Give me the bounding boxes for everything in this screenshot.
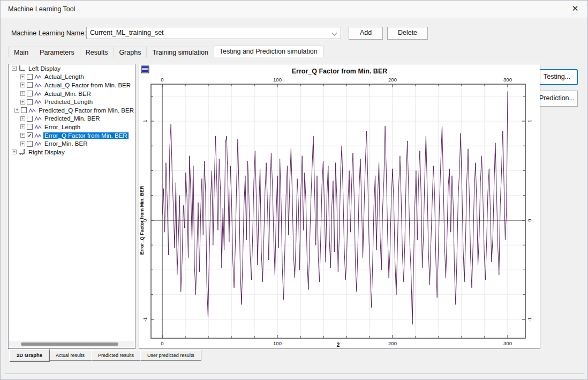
tab-2d-graphs[interactable]: 2D Graphs bbox=[9, 349, 49, 361]
tree-item-error-q-factor[interactable]: + ✓ Error_Q Factor from Min. BER bbox=[9, 131, 135, 140]
main-tab-bar: Main Parameters Results Graphs Training … bbox=[8, 46, 323, 57]
expand-icon[interactable]: + bbox=[20, 116, 25, 121]
expand-icon[interactable]: + bbox=[14, 108, 19, 113]
display-tree-panel: − Left Display + Actual_Length + Actual_… bbox=[8, 64, 135, 349]
ml-name-combobox[interactable]: Current_ML_training_set bbox=[86, 27, 341, 39]
tree-item-actual-q-factor[interactable]: + Actual_Q Factor from Min. BER bbox=[9, 81, 135, 90]
prediction-button[interactable]: Prediction... bbox=[536, 91, 578, 107]
svg-text:0: 0 bbox=[161, 77, 163, 83]
window-bottom-edge bbox=[1, 375, 588, 380]
curve-icon bbox=[34, 73, 42, 80]
right-axes-icon bbox=[18, 148, 26, 155]
expand-icon[interactable]: + bbox=[20, 141, 25, 146]
ml-name-value: Current_ML_training_set bbox=[90, 29, 164, 36]
tab-user-predicted-results[interactable]: User predicted results bbox=[140, 350, 201, 361]
curve-icon bbox=[34, 115, 42, 122]
svg-text:300: 300 bbox=[503, 340, 512, 346]
tree-root-left-display[interactable]: − Left Display bbox=[9, 64, 135, 73]
window-title: Machine Learning Tool bbox=[8, 5, 76, 13]
add-button[interactable]: Add bbox=[349, 27, 383, 40]
tree-item-predicted-length[interactable]: + Predicted_Length bbox=[9, 98, 135, 106]
tab-training-simulation[interactable]: Training simulation bbox=[146, 47, 214, 57]
checkbox-unchecked[interactable] bbox=[27, 141, 33, 147]
svg-text:-1: -1 bbox=[527, 317, 532, 322]
tree-item-error-length[interactable]: + Error_Length bbox=[9, 123, 135, 131]
svg-text:100: 100 bbox=[273, 340, 282, 346]
svg-text:300: 300 bbox=[503, 77, 512, 83]
tree-item-label[interactable]: Actual_Q Factor from Min. BER bbox=[43, 82, 132, 88]
tree-item-error-min-ber[interactable]: + Error_Min. BER bbox=[9, 139, 135, 148]
tree-item-label[interactable]: Error_Min. BER bbox=[43, 140, 89, 147]
tree-item-actual-min-ber[interactable]: + Actual_Min. BER bbox=[9, 90, 135, 98]
tree-root-right-display[interactable]: + Right Display bbox=[9, 148, 135, 157]
tree-item-label[interactable]: Error_Q Factor from Min. BER bbox=[43, 132, 129, 139]
tree-item-label[interactable]: Right Display bbox=[27, 149, 66, 155]
tree-item-label[interactable]: Predicted_Q Factor from Min. BER bbox=[37, 107, 135, 114]
testing-button[interactable]: Testing... bbox=[536, 69, 578, 85]
expand-icon[interactable]: + bbox=[20, 83, 25, 87]
left-axes-icon bbox=[18, 65, 26, 72]
tree-horizontal-scrollbar[interactable] bbox=[9, 341, 134, 347]
checkbox-unchecked[interactable] bbox=[27, 116, 33, 122]
scrollbar-thumb[interactable] bbox=[21, 342, 118, 346]
svg-text:1: 1 bbox=[142, 120, 148, 122]
tree-item-actual-length[interactable]: + Actual_Length bbox=[9, 73, 135, 81]
expand-icon[interactable]: + bbox=[20, 133, 25, 138]
title-bar: Machine Learning Tool ✕ bbox=[1, 1, 587, 18]
close-icon[interactable]: ✕ bbox=[563, 1, 587, 18]
graph-panel: Error_Q Factor from Min. BER 00100100200… bbox=[139, 64, 540, 349]
checkbox-unchecked[interactable] bbox=[27, 82, 33, 88]
svg-text:Error_Q Factor from Min. BER: Error_Q Factor from Min. BER bbox=[139, 185, 145, 255]
curve-icon bbox=[28, 107, 36, 114]
tree-item-label[interactable]: Actual_Min. BER bbox=[43, 91, 92, 97]
tree-item-label[interactable]: Predicted_Length bbox=[43, 99, 94, 105]
tab-parameters[interactable]: Parameters bbox=[34, 47, 80, 57]
checkbox-unchecked[interactable] bbox=[27, 91, 33, 96]
ml-name-label: Machine Learning Name: bbox=[11, 29, 86, 37]
error-q-factor-plot: 00100100200200300300-1-10011Error_Q Fact… bbox=[139, 64, 540, 348]
chevron-down-icon[interactable] bbox=[332, 31, 337, 36]
svg-text:2: 2 bbox=[337, 342, 340, 348]
svg-text:200: 200 bbox=[388, 77, 397, 83]
checkbox-unchecked[interactable] bbox=[27, 99, 33, 105]
tree-item-label[interactable]: Actual_Length bbox=[43, 73, 85, 80]
expand-icon[interactable]: + bbox=[12, 150, 17, 154]
tab-results[interactable]: Results bbox=[80, 47, 114, 57]
expand-icon[interactable]: + bbox=[20, 100, 25, 105]
tab-graphs[interactable]: Graphs bbox=[113, 47, 147, 57]
curve-icon bbox=[34, 132, 42, 139]
curve-icon bbox=[34, 124, 42, 130]
machine-learning-tool-dialog: Machine Learning Tool ✕ Machine Learning… bbox=[0, 0, 588, 380]
expand-icon[interactable]: + bbox=[20, 74, 25, 79]
tree-item-label[interactable]: Predicted_Min. BER bbox=[43, 115, 101, 122]
tree-item-predicted-q-factor[interactable]: + Predicted_Q Factor from Min. BER bbox=[9, 106, 135, 115]
tab-predicted-results[interactable]: Predicted results bbox=[91, 350, 141, 361]
tree-item-label[interactable]: Left Display bbox=[27, 65, 62, 72]
curve-icon bbox=[34, 140, 42, 147]
tab-actual-results[interactable]: Actual results bbox=[49, 350, 92, 361]
svg-text:200: 200 bbox=[388, 340, 397, 346]
tree-item-predicted-min-ber[interactable]: + Predicted_Min. BER bbox=[9, 115, 135, 123]
tab-main[interactable]: Main bbox=[8, 47, 34, 57]
checkbox-unchecked[interactable] bbox=[21, 107, 27, 113]
svg-text:-1: -1 bbox=[142, 317, 148, 322]
checkbox-checked[interactable]: ✓ bbox=[27, 132, 33, 138]
curve-icon bbox=[34, 99, 42, 105]
checkbox-unchecked[interactable] bbox=[27, 74, 33, 80]
tree-item-label[interactable]: Error_Length bbox=[43, 124, 81, 130]
svg-text:1: 1 bbox=[527, 120, 532, 122]
expand-icon[interactable]: + bbox=[20, 91, 25, 96]
svg-text:100: 100 bbox=[273, 77, 282, 83]
bottom-tab-bar: 2D Graphs Actual results Predicted resul… bbox=[9, 350, 201, 361]
collapse-icon[interactable]: − bbox=[12, 66, 17, 71]
checkbox-unchecked[interactable] bbox=[27, 124, 33, 130]
expand-icon[interactable]: + bbox=[20, 124, 25, 129]
svg-text:0: 0 bbox=[527, 219, 532, 221]
tab-testing-and-prediction-simulation[interactable]: Testing and Prediction simulation bbox=[214, 46, 323, 57]
curve-icon bbox=[34, 82, 42, 88]
svg-text:0: 0 bbox=[161, 340, 163, 346]
curve-icon bbox=[34, 91, 42, 97]
delete-button[interactable]: Delete bbox=[387, 27, 428, 40]
